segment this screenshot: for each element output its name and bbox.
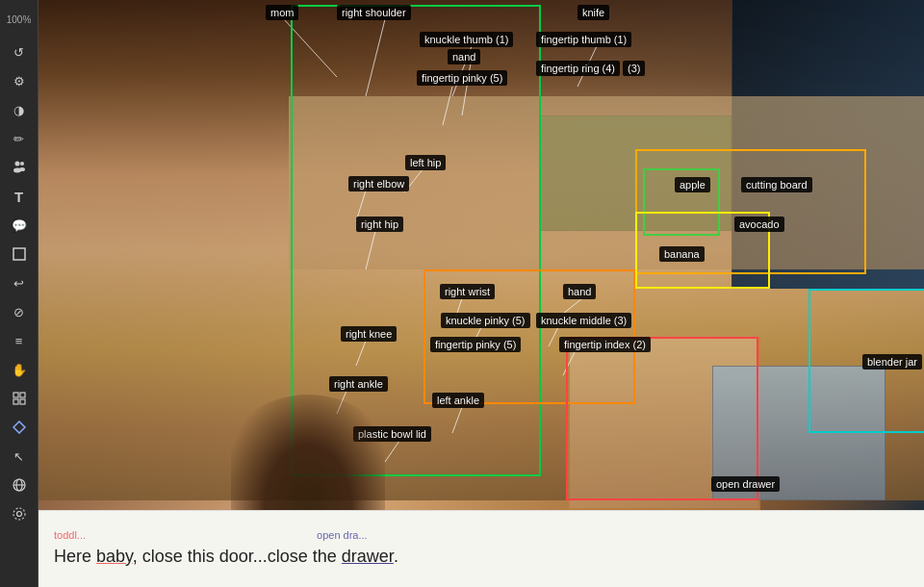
pen-icon[interactable]: ✏	[4, 125, 35, 152]
chat-icon[interactable]: 💬	[4, 212, 35, 239]
svg-point-3	[19, 167, 25, 171]
cursor-icon[interactable]: ↖	[4, 443, 35, 470]
label-fingertip-ring: fingertip ring (4)	[536, 61, 620, 76]
svg-rect-5	[13, 393, 18, 397]
zoom-level: 100%	[4, 6, 35, 33]
label-knife: knife	[578, 5, 609, 20]
baby-span[interactable]: baby	[96, 547, 133, 566]
svg-point-0	[14, 162, 19, 166]
toddler-tag[interactable]: toddl...	[54, 529, 86, 541]
contrast-icon[interactable]: ◑	[4, 96, 35, 123]
label-apple: apple	[675, 177, 710, 192]
label-right-knee: right knee	[341, 326, 397, 342]
label-nand: nand	[448, 49, 480, 64]
history-icon[interactable]: ↩	[4, 269, 35, 296]
label-num3: (3)	[623, 61, 645, 76]
label-fingertip-pinky: fingertip pinky (5)	[417, 70, 507, 86]
label-cutting-board: cutting board	[741, 177, 812, 192]
svg-rect-8	[20, 399, 25, 404]
people-icon[interactable]	[4, 154, 35, 181]
globe-icon[interactable]	[4, 472, 35, 498]
grid-icon[interactable]	[4, 385, 35, 412]
svg-rect-6	[20, 393, 25, 397]
cancel-icon[interactable]: ⊘	[4, 298, 35, 325]
drawer-span[interactable]: drawer	[342, 547, 394, 566]
diamond-icon[interactable]	[4, 414, 35, 441]
label-right-elbow: right elbow	[348, 176, 409, 191]
sentence-row: Here baby, close this door...close the d…	[54, 545, 909, 569]
label-right-hip: right hip	[356, 217, 403, 232]
label-knuckle-pinky: knuckle pinky (5)	[441, 313, 530, 328]
svg-rect-4	[13, 248, 25, 260]
label-avocado: avocado	[734, 217, 784, 232]
label-hand: hand	[563, 284, 596, 299]
rect-icon[interactable]	[4, 241, 35, 268]
label-right-wrist: right wrist	[440, 284, 495, 299]
svg-marker-9	[13, 421, 25, 433]
label-fingertip-index: fingertip index (2)	[559, 337, 651, 352]
gear-icon[interactable]: ⚙	[4, 67, 35, 94]
left-toolbar: 100% ↺ ⚙ ◑ ✏ T 💬 ↩ ⊘ ≡ ✋ ↖	[0, 0, 38, 587]
label-banana: banana	[659, 246, 705, 262]
label-right-ankle: right ankle	[329, 376, 388, 392]
text-icon[interactable]: T	[4, 183, 35, 210]
label-blender-jar: blender jar	[862, 354, 922, 370]
svg-point-14	[13, 508, 25, 520]
rotate-icon[interactable]: ↺	[4, 38, 35, 65]
hand-icon[interactable]: ✋	[4, 356, 35, 383]
svg-point-2	[20, 162, 24, 166]
svg-rect-7	[13, 399, 18, 404]
open-drawer-tag[interactable]: open dra...	[317, 529, 368, 541]
label-left-hip: left hip	[405, 155, 446, 170]
annotation-row: toddl... open dra...	[54, 529, 909, 541]
label-open-drawer: open drawer	[711, 476, 780, 492]
settings-icon[interactable]	[4, 500, 35, 527]
label-knuckle-middle: knuckle middle (3)	[536, 313, 631, 328]
svg-point-13	[16, 512, 21, 517]
bottom-panel: toddl... open dra... Here baby, close th…	[38, 510, 924, 587]
label-fingertip-thumb: fingertip thumb (1)	[536, 32, 631, 47]
label-right-shoulder: right shoulder	[337, 5, 411, 20]
label-fingertip-pinky2: fingertip pinky (5)	[430, 337, 521, 352]
image-area: mom right shoulder knife knuckle thumb (…	[38, 0, 924, 510]
label-knuckle-thumb: knuckle thumb (1)	[420, 32, 513, 47]
label-left-ankle: left ankle	[432, 393, 484, 408]
label-mom: mom	[266, 5, 298, 20]
main-content: mom right shoulder knife knuckle thumb (…	[38, 0, 924, 587]
layers-icon[interactable]: ≡	[4, 327, 35, 354]
